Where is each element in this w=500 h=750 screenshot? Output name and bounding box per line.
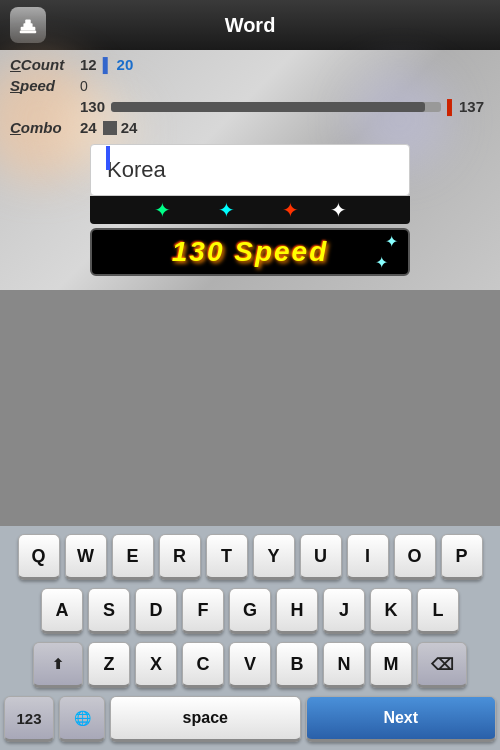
combo-square-icon <box>103 121 117 135</box>
speed-row: Speed 0 <box>10 77 490 94</box>
key-E[interactable]: E <box>112 534 154 580</box>
globe-key[interactable]: 🌐 <box>59 696 105 742</box>
combo-label: Combo <box>10 119 80 136</box>
key-V[interactable]: V <box>229 642 271 688</box>
stats-area: CCount 12 ▌ 20 Speed 0 130 ▌ 137 Combo 2… <box>0 50 500 290</box>
space-key[interactable]: space <box>110 696 301 742</box>
speed-max: 137 <box>459 98 484 115</box>
key-O[interactable]: O <box>394 534 436 580</box>
key-C[interactable]: C <box>182 642 224 688</box>
svg-rect-2 <box>25 20 31 25</box>
keyboard-row-3: ⬆ Z X C V B N M ⌫ <box>4 642 496 688</box>
key-B[interactable]: B <box>276 642 318 688</box>
word-box: Korea <box>90 144 410 196</box>
key-N[interactable]: N <box>323 642 365 688</box>
count-separator-icon: ▌ <box>103 57 113 73</box>
keyboard-row-2: A S D F G H J K L <box>4 588 496 634</box>
key-F[interactable]: F <box>182 588 224 634</box>
speed-progress-fill <box>111 102 425 112</box>
text-cursor <box>106 146 110 170</box>
speed-current: 130 <box>80 98 105 115</box>
speed-sparkle2-icon: ✦ <box>375 253 388 272</box>
speed-display-box: 130 Speed ✦ ✦ <box>90 228 410 276</box>
count-label: CCount <box>10 56 80 73</box>
keyboard: Q W E R T Y U I O P A S D F G H J K L ⬆ … <box>0 526 500 750</box>
keyboard-row-bottom: 123 🌐 space Next <box>4 696 496 750</box>
key-X[interactable]: X <box>135 642 177 688</box>
stamp-icon[interactable] <box>10 7 46 43</box>
speed-bar-marker: ▌ <box>447 99 457 115</box>
key-Q[interactable]: Q <box>18 534 60 580</box>
app-header: Word <box>0 0 500 50</box>
key-S[interactable]: S <box>88 588 130 634</box>
sparkle-green-icon: ✦ <box>154 198 171 222</box>
speed-bar-row: 130 ▌ 137 <box>80 98 490 115</box>
sparkle-white-icon: ✦ <box>330 198 347 222</box>
sparkle-bar: ✦ ✦ ✦ ✦ <box>90 196 410 224</box>
key-L[interactable]: L <box>417 588 459 634</box>
speed-sparkle1-icon: ✦ <box>385 232 398 251</box>
combo-value: 24 <box>80 119 97 136</box>
speed-progress-bar <box>111 102 441 112</box>
key-K[interactable]: K <box>370 588 412 634</box>
combo-row: Combo 24 24 <box>10 119 490 136</box>
key-W[interactable]: W <box>65 534 107 580</box>
key-P[interactable]: P <box>441 534 483 580</box>
key-D[interactable]: D <box>135 588 177 634</box>
numbers-key[interactable]: 123 <box>4 696 54 742</box>
key-Y[interactable]: Y <box>253 534 295 580</box>
next-button[interactable]: Next <box>306 696 497 742</box>
speed-zero: 0 <box>80 78 88 94</box>
sparkle-cyan-icon: ✦ <box>218 198 235 222</box>
key-Z[interactable]: Z <box>88 642 130 688</box>
key-I[interactable]: I <box>347 534 389 580</box>
count-max: 20 <box>117 56 134 73</box>
sparkle-red-icon: ✦ <box>282 198 299 222</box>
count-value: 12 <box>80 56 97 73</box>
key-A[interactable]: A <box>41 588 83 634</box>
current-word: Korea <box>107 157 166 182</box>
key-J[interactable]: J <box>323 588 365 634</box>
svg-rect-3 <box>20 31 37 34</box>
keyboard-row-1: Q W E R T Y U I O P <box>4 534 496 580</box>
speed-text: 130 Speed <box>172 236 329 267</box>
key-U[interactable]: U <box>300 534 342 580</box>
combo-max: 24 <box>121 119 138 136</box>
key-M[interactable]: M <box>370 642 412 688</box>
key-G[interactable]: G <box>229 588 271 634</box>
count-row: CCount 12 ▌ 20 <box>10 56 490 73</box>
shift-key[interactable]: ⬆ <box>33 642 83 688</box>
word-display-area: Korea ✦ ✦ ✦ ✦ <box>90 144 410 224</box>
page-title: Word <box>225 14 276 37</box>
key-H[interactable]: H <box>276 588 318 634</box>
backspace-key[interactable]: ⌫ <box>417 642 467 688</box>
speed-label: Speed <box>10 77 80 94</box>
key-R[interactable]: R <box>159 534 201 580</box>
key-T[interactable]: T <box>206 534 248 580</box>
